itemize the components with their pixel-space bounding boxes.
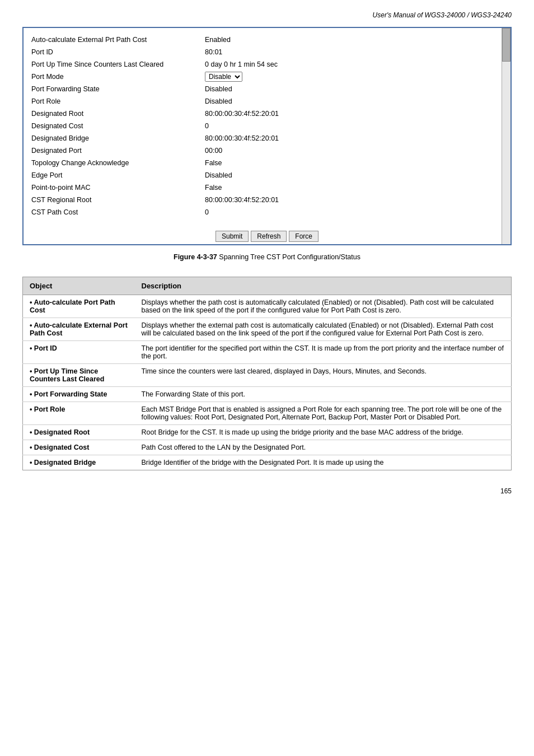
table-cell-object: • Designated Cost [23, 440, 135, 455]
table-cell-description: The port identifier for the specified po… [135, 341, 512, 364]
config-row-label: Designated Port [31, 147, 205, 155]
table-cell-description: Path Cost offered to the LAN by the Desi… [135, 440, 512, 455]
table-cell-description: Displays whether the external path cost … [135, 318, 512, 341]
table-row: • Auto-calculate External Port Path Cost… [23, 318, 512, 341]
table-row: • Port Forwarding StateThe Forwarding St… [23, 387, 512, 402]
config-row-value: 80:00:00:30:4f:52:20:01 [205, 134, 279, 142]
refresh-button[interactable]: Refresh [251, 231, 287, 242]
figure-caption: Figure 4-3-37 Spanning Tree CST Port Con… [22, 253, 512, 261]
config-row: Topology Change AcknowledgeFalse [31, 157, 503, 169]
config-row: Point-to-point MACFalse [31, 181, 503, 194]
config-row: Designated Port00:00 [31, 144, 503, 157]
table-cell-object: • Designated Bridge [23, 455, 135, 470]
submit-button[interactable]: Submit [216, 231, 249, 242]
table-row: • Designated RootRoot Bridge for the CST… [23, 425, 512, 440]
port-mode-select[interactable]: Disable [205, 72, 242, 82]
config-row-label: Topology Change Acknowledge [31, 159, 205, 167]
config-row-value: 0 [205, 208, 209, 216]
table-cell-description: Time since the counters were last cleare… [135, 364, 512, 387]
config-row: Port Up Time Since Counters Last Cleared… [31, 58, 503, 71]
config-row-label: Port Forwarding State [31, 85, 205, 93]
table-cell-object: • Port Up Time Since Counters Last Clear… [23, 364, 135, 387]
scrollbar-track[interactable] [502, 28, 510, 244]
table-cell-description: Root Bridge for the CST. It is made up u… [135, 425, 512, 440]
config-row: Edge PortDisabled [31, 169, 503, 181]
config-row: Port ModeDisable [31, 71, 503, 83]
config-row-label: Designated Root [31, 110, 205, 118]
table-row: • Port Up Time Since Counters Last Clear… [23, 364, 512, 387]
description-table: Object Description • Auto-calculate Port… [22, 277, 512, 470]
scrollbar-thumb[interactable] [502, 28, 510, 62]
table-cell-description: Displays whether the path cost is automa… [135, 295, 512, 318]
config-row-label: Edge Port [31, 171, 205, 179]
config-row-value: Enabled [205, 36, 231, 44]
table-cell-object: • Port ID [23, 341, 135, 364]
config-row-value: 0 day 0 hr 1 min 54 sec [205, 60, 278, 68]
figure-label: Figure 4-3-37 [174, 253, 217, 261]
table-cell-description: Each MST Bridge Port that is enabled is … [135, 402, 512, 425]
config-row-label: Port Mode [31, 73, 205, 81]
col-header-object: Object [23, 277, 135, 295]
table-cell-object: • Port Forwarding State [23, 387, 135, 402]
force-button[interactable]: Force [289, 231, 318, 242]
config-row-label: CST Regional Root [31, 196, 205, 204]
table-cell-object: • Auto-calculate Port Path Cost [23, 295, 135, 318]
config-row: Port RoleDisabled [31, 95, 503, 108]
config-row: Designated Bridge80:00:00:30:4f:52:20:01 [31, 132, 503, 144]
config-row-value: 80:00:00:30:4f:52:20:01 [205, 110, 279, 118]
table-row: • Port IDThe port identifier for the spe… [23, 341, 512, 364]
config-row: Auto-calculate External Prt Path CostEna… [31, 34, 503, 46]
header-title: User's Manual of WGS3-24000 / WGS3-24240 [373, 11, 512, 19]
table-cell-description: The Forwarding State of this port. [135, 387, 512, 402]
table-header-row: Object Description [23, 277, 512, 295]
page-number: 165 [22, 487, 512, 495]
table-cell-object: • Port Role [23, 402, 135, 425]
config-row-value: Disable [205, 72, 242, 82]
col-header-description: Description [135, 277, 512, 295]
config-row: Port Forwarding StateDisabled [31, 83, 503, 95]
config-row-value: Disabled [205, 171, 232, 179]
config-row-label: Port Role [31, 97, 205, 105]
config-row-label: Auto-calculate External Prt Path Cost [31, 36, 205, 44]
figure-caption-text: Spanning Tree CST Port Configuration/Sta… [219, 253, 360, 261]
table-cell-description: Bridge Identifier of the bridge with the… [135, 455, 512, 470]
page-header: User's Manual of WGS3-24000 / WGS3-24240 [22, 11, 512, 19]
config-row: Designated Root80:00:00:30:4f:52:20:01 [31, 108, 503, 120]
table-row: • Port RoleEach MST Bridge Port that is … [23, 402, 512, 425]
config-row-value: False [205, 159, 222, 167]
config-row: Port ID80:01 [31, 46, 503, 58]
config-row-value: 80:00:00:30:4f:52:20:01 [205, 196, 279, 204]
config-row-value: 0 [205, 122, 209, 130]
config-row-value: 80:01 [205, 48, 222, 56]
config-row-value: Disabled [205, 85, 232, 93]
config-row: CST Regional Root80:00:00:30:4f:52:20:01 [31, 194, 503, 206]
config-box-inner: Auto-calculate External Prt Path CostEna… [24, 28, 510, 226]
config-row-label: Port Up Time Since Counters Last Cleared [31, 60, 205, 68]
config-row-value: False [205, 184, 222, 192]
config-row-label: CST Path Cost [31, 208, 205, 216]
config-box: Auto-calculate External Prt Path CostEna… [22, 27, 512, 245]
table-row: • Designated CostPath Cost offered to th… [23, 440, 512, 455]
config-row-label: Point-to-point MAC [31, 184, 205, 192]
config-row: CST Path Cost0 [31, 206, 503, 218]
config-row-label: Designated Cost [31, 122, 205, 130]
config-row-label: Port ID [31, 48, 205, 56]
config-buttons: SubmitRefreshForce [24, 226, 510, 244]
table-row: • Designated BridgeBridge Identifier of … [23, 455, 512, 470]
table-cell-object: • Designated Root [23, 425, 135, 440]
config-row: Designated Cost0 [31, 120, 503, 132]
config-row-label: Designated Bridge [31, 134, 205, 142]
table-cell-object: • Auto-calculate External Port Path Cost [23, 318, 135, 341]
table-row: • Auto-calculate Port Path CostDisplays … [23, 295, 512, 318]
config-row-value: Disabled [205, 97, 232, 105]
config-row-value: 00:00 [205, 147, 222, 155]
